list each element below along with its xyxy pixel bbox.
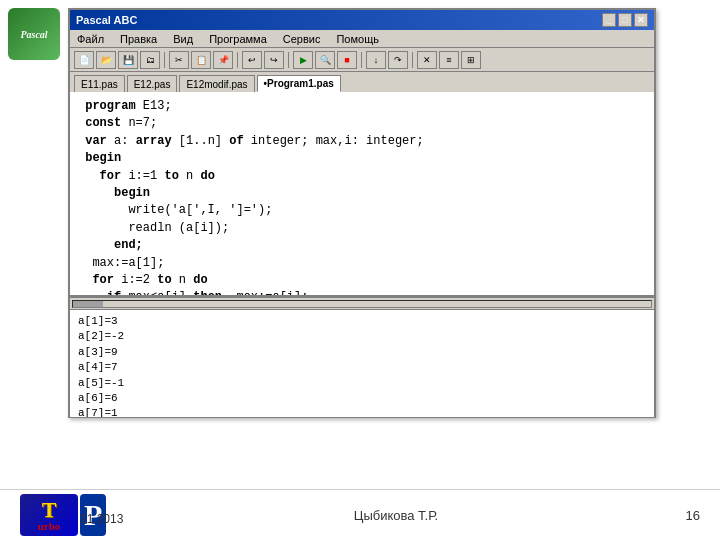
step-button[interactable]: ↓ <box>366 51 386 69</box>
undo-button[interactable]: ↩ <box>242 51 262 69</box>
output-area: a[1]=3 a[2]=-2 a[3]=9 a[4]=7 a[5]=-1 a[6… <box>70 309 654 417</box>
tab-program1[interactable]: •Program1.pas <box>257 75 341 92</box>
separator-4 <box>361 52 362 68</box>
tab-bar: E11.pas E12.pas E12modif.pas •Program1.p… <box>70 72 654 92</box>
title-bar-buttons: _ □ ✕ <box>602 13 648 27</box>
extra-button[interactable]: ≡ <box>439 51 459 69</box>
output-line-5: a[5]=-1 <box>78 376 646 391</box>
menu-file[interactable]: Файл <box>74 33 107 45</box>
code-line-12: if max<a[i] then max:=a[i]; <box>78 289 646 297</box>
copy-button[interactable]: 📋 <box>191 51 211 69</box>
code-line-4: begin <box>78 150 646 167</box>
slide: Pascal Pascal ABC _ □ ✕ Файл Правка Вид … <box>0 0 720 540</box>
turbo-urbo-text: urbo <box>38 521 61 532</box>
code-line-7: write('a[',I, ']='); <box>78 202 646 219</box>
output-line-1: a[1]=3 <box>78 314 646 329</box>
pascal-logo-text: Pascal <box>20 29 47 40</box>
turbo-T-letter: T <box>42 499 57 521</box>
code-line-8: readln (a[i]); <box>78 220 646 237</box>
output-line-4: a[4]=7 <box>78 360 646 375</box>
redo-button[interactable]: ↪ <box>264 51 284 69</box>
save-button[interactable]: 💾 <box>118 51 138 69</box>
maximize-button[interactable]: □ <box>618 13 632 27</box>
tab-e12[interactable]: E12.pas <box>127 75 178 92</box>
debug-button[interactable]: 🔍 <box>315 51 335 69</box>
code-line-5: for i:=1 to n do <box>78 168 646 185</box>
menu-help[interactable]: Помощь <box>333 33 382 45</box>
code-line-10: max:=a[1]; <box>78 255 646 272</box>
menu-program[interactable]: Программа <box>206 33 270 45</box>
menu-service[interactable]: Сервис <box>280 33 324 45</box>
footer-date: 11.2013 <box>80 512 123 526</box>
stop-button[interactable]: ■ <box>337 51 357 69</box>
cut-button[interactable]: ✂ <box>169 51 189 69</box>
tab-e12modif[interactable]: E12modif.pas <box>179 75 254 92</box>
code-line-6: begin <box>78 185 646 202</box>
open-button[interactable]: 📂 <box>96 51 116 69</box>
separator-5 <box>412 52 413 68</box>
new-button[interactable]: 📄 <box>74 51 94 69</box>
run-button[interactable]: ▶ <box>293 51 313 69</box>
code-line-11: for i:=2 to n do <box>78 272 646 289</box>
code-line-2: const n=7; <box>78 115 646 132</box>
toolbar: 📄 📂 💾 🗂 ✂ 📋 📌 ↩ ↪ ▶ 🔍 ■ ↓ ↷ ✕ ≡ ⊞ <box>70 48 654 72</box>
output-line-2: a[2]=-2 <box>78 329 646 344</box>
paste-button[interactable]: 📌 <box>213 51 233 69</box>
close-button[interactable]: ✕ <box>634 13 648 27</box>
ide-window: Pascal ABC _ □ ✕ Файл Правка Вид Програм… <box>68 8 656 418</box>
more-button[interactable]: ✕ <box>417 51 437 69</box>
step-over-button[interactable]: ↷ <box>388 51 408 69</box>
pascal-logo: Pascal <box>8 8 60 60</box>
separator-3 <box>288 52 289 68</box>
footer-presenter: Цыбикова Т.Р. <box>354 508 438 523</box>
separator-1 <box>164 52 165 68</box>
code-line-3: var a: array [1..n] of integer; max,i: i… <box>78 133 646 150</box>
code-line-9: end; <box>78 237 646 254</box>
separator-2 <box>237 52 238 68</box>
save-all-button[interactable]: 🗂 <box>140 51 160 69</box>
code-scrollbar[interactable] <box>70 297 654 309</box>
menu-edit[interactable]: Правка <box>117 33 160 45</box>
tab-e11[interactable]: E11.pas <box>74 75 125 92</box>
output-line-6: a[6]=6 <box>78 391 646 406</box>
code-line-1: program E13; <box>78 98 646 115</box>
output-line-3: a[3]=9 <box>78 345 646 360</box>
code-editor[interactable]: program E13; const n=7; var a: array [1.… <box>70 92 654 297</box>
footer-page: 16 <box>686 508 700 523</box>
title-bar: Pascal ABC _ □ ✕ <box>70 10 654 30</box>
menu-bar: Файл Правка Вид Программа Сервис Помощь <box>70 30 654 48</box>
pascal-logo-inner: Pascal <box>8 8 60 60</box>
minimize-button[interactable]: _ <box>602 13 616 27</box>
menu-view[interactable]: Вид <box>170 33 196 45</box>
scrollbar-thumb[interactable] <box>73 301 103 307</box>
scrollbar-track <box>72 300 652 308</box>
title-bar-text: Pascal ABC <box>76 14 602 26</box>
output-line-7: a[7]=1 <box>78 406 646 417</box>
extra2-button[interactable]: ⊞ <box>461 51 481 69</box>
